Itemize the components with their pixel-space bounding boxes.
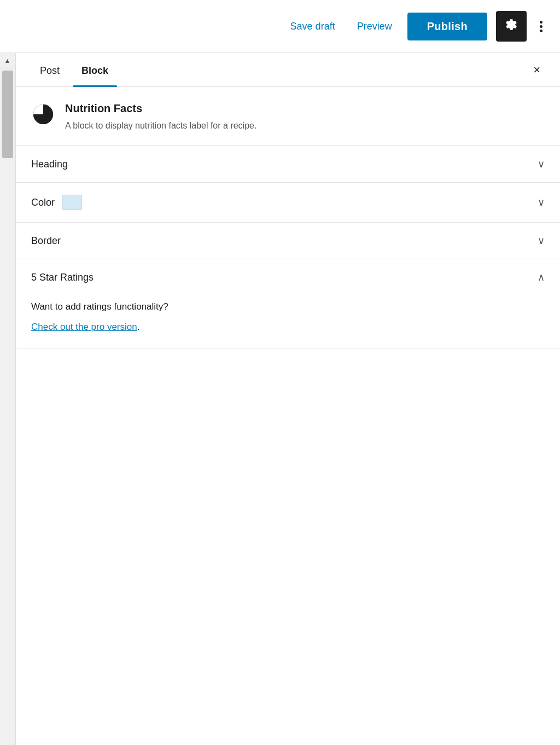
ratings-accordion-header[interactable]: 5 Star Ratings ∧ xyxy=(16,259,560,295)
tabs-row: Post Block × xyxy=(16,53,560,87)
settings-button[interactable] xyxy=(496,11,527,42)
border-label: Border xyxy=(31,235,61,247)
sidebar-panel: Post Block × Nutrition Facts A block to … xyxy=(15,53,560,745)
chevron-down-icon: ∨ xyxy=(538,196,545,208)
scrollbar-track: ▲ xyxy=(0,53,15,745)
chevron-down-icon: ∨ xyxy=(538,235,545,247)
toolbar: Save draft Preview Publish xyxy=(0,0,560,53)
color-label-text: Color xyxy=(31,197,55,208)
ratings-description: Want to add ratings functionality? xyxy=(31,300,545,314)
more-options-button[interactable] xyxy=(535,11,547,42)
color-section: Color ∨ xyxy=(16,183,560,223)
ratings-section: 5 Star Ratings ∧ Want to add ratings fun… xyxy=(16,259,560,348)
block-icon-wrapper xyxy=(31,102,55,126)
color-accordion-header[interactable]: Color ∨ xyxy=(16,183,560,222)
color-label: Color xyxy=(31,195,82,210)
heading-section: Heading ∨ xyxy=(16,146,560,183)
publish-button[interactable]: Publish xyxy=(407,13,487,40)
tab-block[interactable]: Block xyxy=(73,53,117,86)
ratings-label: 5 Star Ratings xyxy=(31,272,94,283)
chevron-down-icon: ∨ xyxy=(538,158,545,170)
scroll-up-arrow[interactable]: ▲ xyxy=(0,53,15,68)
ratings-content: Want to add ratings functionality? Check… xyxy=(16,295,560,348)
preview-button[interactable]: Preview xyxy=(351,16,399,37)
pro-version-link[interactable]: Check out the pro version xyxy=(31,322,137,332)
link-period: . xyxy=(137,322,140,332)
block-info: Nutrition Facts A block to display nutri… xyxy=(16,87,560,146)
scrollbar-thumb[interactable] xyxy=(2,71,13,158)
border-section: Border ∨ xyxy=(16,223,560,259)
color-swatch[interactable] xyxy=(62,195,82,210)
main-layout: ▲ Post Block × Nutrition Facts A blo xyxy=(0,53,560,745)
block-description: A block to display nutrition facts label… xyxy=(65,119,256,132)
block-title: Nutrition Facts xyxy=(65,102,256,115)
nutrition-facts-icon xyxy=(32,103,54,125)
tab-post[interactable]: Post xyxy=(31,53,68,86)
chevron-up-icon: ▲ xyxy=(4,57,11,65)
more-icon xyxy=(540,15,542,37)
close-panel-button[interactable]: × xyxy=(529,60,545,80)
block-text: Nutrition Facts A block to display nutri… xyxy=(65,102,256,132)
border-accordion-header[interactable]: Border ∨ xyxy=(16,223,560,259)
save-draft-button[interactable]: Save draft xyxy=(284,16,342,37)
chevron-up-icon: ∧ xyxy=(538,271,545,283)
heading-label: Heading xyxy=(31,159,68,170)
heading-accordion-header[interactable]: Heading ∨ xyxy=(16,146,560,182)
gear-icon xyxy=(505,18,518,34)
